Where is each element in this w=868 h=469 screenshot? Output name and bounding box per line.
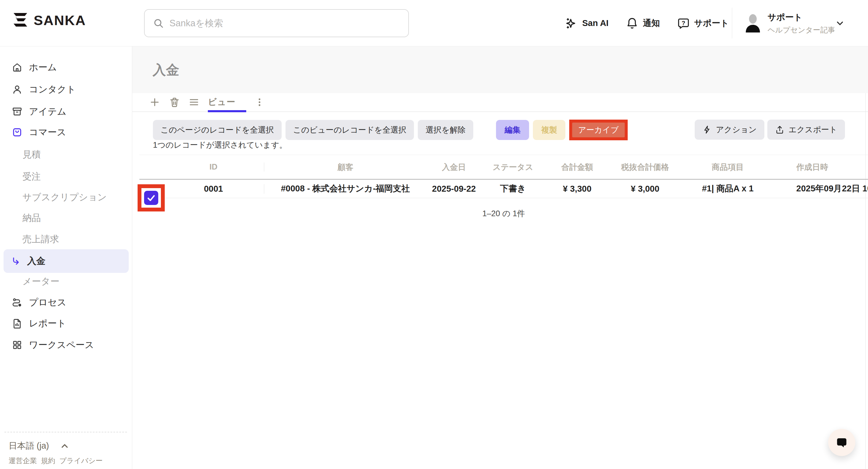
sidebar-item-label: 受注 xyxy=(23,170,41,183)
sidebar-item-subscriptions[interactable]: サブスクリプション xyxy=(0,186,132,208)
language-label: 日本語 (ja) xyxy=(8,440,49,452)
sidebar-item-orders[interactable]: 受注 xyxy=(0,166,132,187)
chevron-up-icon xyxy=(60,441,70,451)
table-actions: アクション エクスポート xyxy=(695,120,845,140)
cell-created-at: 2025年09月22日 10 xyxy=(775,183,868,195)
archive-button[interactable]: アーカイブ xyxy=(572,123,625,137)
nav-notifications-label: 通知 xyxy=(643,18,660,29)
sidebar-item-reports[interactable]: レポート xyxy=(0,313,132,334)
box-icon xyxy=(12,106,23,117)
sidebar-item-label: コンタクト xyxy=(29,83,76,96)
tab-view-label: ビュー xyxy=(208,96,236,108)
global-search[interactable] xyxy=(144,9,409,37)
topbar-nav: San AI 通知 ? サポート xyxy=(564,0,729,47)
page-title: 入金 xyxy=(153,61,179,79)
sidebar-item-label: サブスクリプション xyxy=(23,191,107,204)
svg-text:?: ? xyxy=(682,20,685,26)
row-checkbox-checked[interactable] xyxy=(144,191,158,205)
search-icon xyxy=(153,18,164,29)
export-icon xyxy=(775,125,784,135)
home-icon xyxy=(12,62,23,72)
chevron-down-icon[interactable] xyxy=(835,18,845,28)
process-icon xyxy=(12,297,23,308)
annotation-highlight: アーカイブ xyxy=(569,120,628,140)
nav-support-label: サポート xyxy=(694,18,729,29)
sidebar-item-label: レポート xyxy=(29,317,66,330)
cell-line-items: #1| 商品A x 1 xyxy=(681,183,775,195)
column-header-customer: 顧客 xyxy=(264,162,427,173)
nav-support[interactable]: ? サポート xyxy=(677,17,729,30)
logo[interactable]: SANKA xyxy=(12,11,86,29)
sidebar-item-commerce[interactable]: コマース xyxy=(0,121,132,143)
trash-icon xyxy=(169,96,180,108)
column-header-subtotal: 税抜合計価格 xyxy=(610,162,681,173)
main-content: 入金 ビュー xyxy=(132,47,868,469)
list-view-button[interactable] xyxy=(188,96,199,108)
edit-button[interactable]: 編集 xyxy=(496,120,529,140)
language-selector[interactable]: 日本語 (ja) xyxy=(8,440,70,452)
sidebar-item-label: ワークスペース xyxy=(29,339,94,351)
sidebar-item-label: 見積 xyxy=(23,148,41,161)
sidebar-item-deliveries[interactable]: 納品 xyxy=(0,207,132,229)
nav-san-ai-label: San AI xyxy=(582,18,609,28)
chat-widget-button[interactable] xyxy=(828,429,855,456)
export-button[interactable]: エクスポート xyxy=(767,120,845,140)
sidebar-footer: 日本語 (ja) 運営企業 規約 プライバシー xyxy=(4,432,127,432)
table-row[interactable]: 0001 #0008 - 株式会社サンカ-福岡支社 2025-09-22 下書き… xyxy=(140,180,868,198)
shopping-bag-icon xyxy=(12,127,23,138)
chat-bubble-icon xyxy=(836,436,848,449)
column-header-status: ステータス xyxy=(481,162,545,173)
select-all-view-button[interactable]: このビューのレコードを全選択 xyxy=(285,120,414,140)
add-record-button[interactable] xyxy=(149,96,161,108)
view-options-button[interactable] xyxy=(254,97,265,107)
app-root: SANKA San AI 通知 xyxy=(0,0,868,469)
link-company[interactable]: 運営企業 xyxy=(8,456,37,465)
actions-button-label: アクション xyxy=(716,124,757,135)
pagination-info: 1–20 の 1件 xyxy=(140,208,868,219)
cell-subtotal: ¥ 3,000 xyxy=(610,184,681,194)
sidebar-item-processes[interactable]: プロセス xyxy=(0,292,132,313)
nav-san-ai[interactable]: San AI xyxy=(564,17,609,30)
sidebar-item-label: 入金 xyxy=(27,255,45,267)
actions-button[interactable]: アクション xyxy=(695,120,764,140)
user-menu[interactable]: サポート ヘルプセンター記事 xyxy=(745,0,835,47)
sidebar-item-contacts[interactable]: コンタクト xyxy=(0,79,132,100)
sidebar-item-sales-invoices[interactable]: 売上請求 xyxy=(0,228,132,250)
nav-notifications[interactable]: 通知 xyxy=(626,17,660,30)
sidebar-item-label: コマース xyxy=(29,126,66,139)
deselect-button[interactable]: 選択を解除 xyxy=(418,120,473,140)
column-header-created-at: 作成日時 xyxy=(775,162,868,173)
sidebar-item-home[interactable]: ホーム xyxy=(0,56,132,78)
selection-actions: このページのレコードを全選択 このビューのレコードを全選択 選択を解除 編集 複… xyxy=(153,120,628,140)
column-header-id: ID xyxy=(163,163,264,172)
sidebar-item-quotes[interactable]: 見積 xyxy=(0,144,132,166)
sidebar-item-workspace[interactable]: ワークスペース xyxy=(0,334,132,356)
export-button-label: エクスポート xyxy=(788,124,837,135)
sidebar-item-meters[interactable]: メーター xyxy=(0,270,132,292)
grid-icon xyxy=(12,340,23,350)
link-terms[interactable]: 規約 xyxy=(41,456,55,465)
tab-view[interactable]: ビュー xyxy=(208,93,246,112)
user-subtitle: ヘルプセンター記事 xyxy=(768,25,835,35)
search-input[interactable] xyxy=(169,18,400,29)
cell-id: 0001 xyxy=(163,184,264,194)
view-toolbar: ビュー xyxy=(132,93,868,112)
duplicate-button[interactable]: 複製 xyxy=(533,120,565,140)
sidebar-item-deposits-active[interactable]: 入金 xyxy=(4,249,129,273)
page-header-band: 入金 xyxy=(132,47,868,93)
select-all-page-button[interactable]: このページのレコードを全選択 xyxy=(153,120,282,140)
cell-total: ¥ 3,300 xyxy=(545,184,610,194)
person-icon xyxy=(12,84,23,95)
user-name: サポート xyxy=(768,11,835,23)
report-icon xyxy=(12,318,23,329)
sidebar-item-items[interactable]: アイテム xyxy=(0,101,132,123)
sparkles-icon xyxy=(564,17,578,30)
help-bubble-icon: ? xyxy=(677,17,690,30)
sidebar-item-label: メーター xyxy=(23,275,59,288)
topbar: SANKA San AI 通知 xyxy=(0,0,868,47)
sidebar-item-label: 納品 xyxy=(23,212,41,224)
delete-button[interactable] xyxy=(169,96,180,108)
link-privacy[interactable]: プライバシー xyxy=(59,456,103,465)
cell-status: 下書き xyxy=(481,183,545,195)
column-header-line-items: 商品項目 xyxy=(681,162,775,173)
